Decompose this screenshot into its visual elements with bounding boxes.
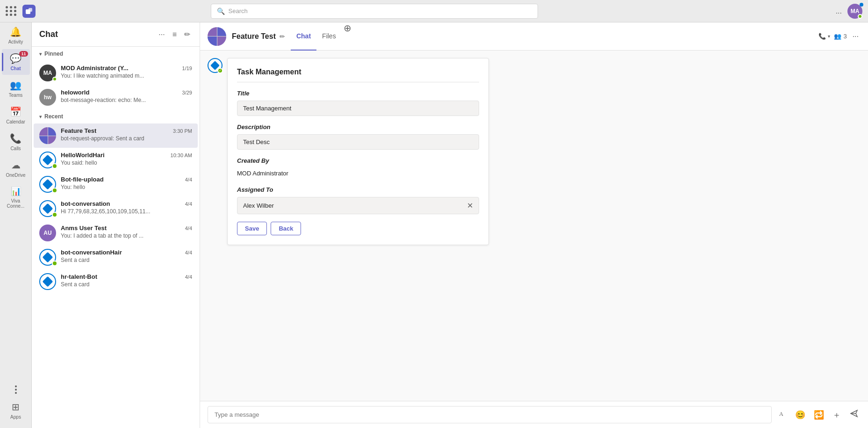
title-field: Title Test Management: [237, 90, 479, 116]
participants-button[interactable]: 👥 3: [834, 33, 846, 40]
edit-icon[interactable]: ✏: [280, 33, 285, 40]
emoji-button[interactable]: 😊: [793, 408, 807, 422]
chat-header-actions: ··· ≡ ✏: [157, 28, 192, 41]
chat-more-button[interactable]: ···: [157, 29, 166, 41]
assignee-field-container: Alex Wilber ✕: [237, 197, 479, 214]
onedrive-icon: ☁: [11, 160, 21, 171]
bot-file-upload-name: Bot-file-upload: [61, 176, 104, 183]
chat-item-helloworldhari[interactable]: HelloWorldHari 10:30 AM You said: hello: [34, 148, 198, 172]
loop-button[interactable]: 🔁: [812, 408, 826, 422]
recent-section-header[interactable]: ▾ Recent: [32, 109, 200, 123]
more-dots-icon: [15, 385, 17, 394]
sidebar-item-onedrive[interactable]: ☁ OneDrive: [2, 156, 30, 181]
hr-talent-bot-content: hr-talent-Bot 4/4 Sent a card: [61, 273, 192, 288]
bot-file-upload-status: [52, 188, 57, 193]
svg-text:A: A: [779, 411, 783, 417]
sidebar-item-chat[interactable]: 💬 11 Chat: [2, 49, 30, 75]
title-label: Title: [237, 90, 479, 97]
feature-test-name: Feature Test: [61, 127, 96, 134]
recent-chevron-icon: ▾: [39, 114, 42, 119]
bot-conversation-status: [52, 212, 57, 218]
chat-panel-header: Chat ··· ≡ ✏: [32, 22, 200, 47]
mod-admin-time: 1/19: [182, 65, 192, 71]
sidebar-item-activity[interactable]: 🔔 Activity: [2, 22, 30, 48]
message-input[interactable]: [208, 406, 772, 423]
save-button[interactable]: Save: [237, 222, 267, 235]
created-by-value: MOD Administrator: [237, 168, 479, 179]
call-button[interactable]: 📞 ▾: [818, 33, 830, 40]
anms-user-avatar: AU: [39, 225, 56, 241]
chat-item-bot-file-upload[interactable]: Bot-file-upload 4/4 You: hello: [34, 172, 198, 196]
chat-item-mod-admin[interactable]: MA MOD Administrator (Y... 1/19 You: I l…: [34, 61, 198, 85]
sidebar-item-viva[interactable]: 📊 Viva Conne...: [2, 182, 30, 212]
feature-test-avatar: [39, 127, 56, 144]
participants-icon: 👥: [834, 33, 841, 40]
heloworld-time: 3/29: [182, 90, 192, 95]
pinned-section-label: Pinned: [44, 51, 63, 57]
bot-conversation-name: bot-conversation: [61, 200, 110, 207]
sidebar-more-button[interactable]: [13, 382, 19, 398]
sidebar-label-teams: Teams: [9, 93, 22, 98]
attach-button[interactable]: ＋: [831, 407, 843, 422]
chat-filter-button[interactable]: ≡: [171, 29, 179, 41]
chat-badge: 11: [19, 51, 28, 57]
user-avatar-container[interactable]: MA: [847, 4, 862, 19]
heloworld-preview: bot-message-reaction: echo: Me...: [61, 97, 192, 103]
topbar-more-button[interactable]: ...: [836, 7, 842, 15]
anms-user-content: Anms User Test 4/4 You: I added a tab at…: [61, 225, 192, 239]
sidebar-label-calls: Calls: [10, 146, 21, 151]
tab-chat-label: Chat: [296, 32, 311, 40]
main-more-button[interactable]: ···: [851, 30, 861, 43]
bot-conversation-hair-status: [52, 261, 57, 266]
msg-bot-avatar: [208, 58, 222, 73]
chat-item-feature-test[interactable]: Feature Test 3:30 PM bot-request-approva…: [34, 123, 198, 148]
add-tab-button[interactable]: ⊕: [344, 22, 352, 51]
bot-conversation-preview: Hi 77,79,68,32,65,100,109,105,11...: [61, 208, 192, 215]
sidebar-item-calendar[interactable]: 📅 Calendar: [2, 102, 30, 128]
sidebar-item-teams[interactable]: 👥 Teams: [2, 76, 30, 102]
message-area[interactable]: Task Management Title Test Management De…: [200, 51, 868, 401]
calendar-icon: 📅: [10, 106, 22, 117]
main-header: Feature Test ✏ Chat Files ⊕ 📞 ▾ 👥 3 ···: [200, 22, 868, 51]
topbar-right: ... MA: [836, 4, 862, 19]
search-bar[interactable]: 🔍 Search: [211, 4, 538, 19]
assignee-name: Alex Wilber: [243, 202, 274, 209]
format-text-button[interactable]: A: [776, 407, 789, 422]
topbar-left: [6, 5, 62, 18]
mod-admin-name: MOD Administrator (Y...: [61, 65, 129, 72]
send-icon: [849, 409, 859, 418]
chat-compose-button[interactable]: ✏: [182, 28, 192, 41]
main-header-actions: 📞 ▾ 👥 3 ···: [818, 30, 861, 43]
description-field: Description Test Desc: [237, 123, 479, 150]
waffle-icon[interactable]: [6, 6, 17, 16]
bot-conversation-time: 4/4: [185, 201, 192, 207]
svg-rect-1: [29, 8, 32, 12]
sidebar-item-apps[interactable]: ⊞ Apps: [2, 398, 30, 423]
back-button[interactable]: Back: [271, 222, 301, 235]
pinned-section-header[interactable]: ▾ Pinned: [32, 47, 200, 61]
chat-item-hr-talent-bot[interactable]: hr-talent-Bot 4/4 Sent a card: [34, 269, 198, 294]
tab-files[interactable]: Files: [316, 22, 342, 51]
bot-file-upload-content: Bot-file-upload 4/4 You: hello: [61, 176, 192, 190]
calls-icon: 📞: [10, 133, 22, 144]
helloworldhari-name: HelloWorldHari: [61, 152, 105, 159]
chat-item-heloworld[interactable]: hw heloworld 3/29 bot-message-reaction: …: [34, 85, 198, 109]
chat-item-anms-user[interactable]: AU Anms User Test 4/4 You: I added a tab…: [34, 221, 198, 245]
tab-chat[interactable]: Chat: [291, 22, 316, 51]
send-button[interactable]: [847, 407, 861, 422]
search-icon: 🔍: [217, 7, 225, 15]
recent-section-label: Recent: [44, 113, 63, 120]
assigned-to-field: Assigned To Alex Wilber ✕: [237, 186, 479, 214]
clear-assignee-button[interactable]: ✕: [467, 201, 473, 210]
chat-item-bot-conversation-hair[interactable]: bot-conversationHair 4/4 Sent a card: [34, 245, 198, 269]
topbar: 🔍 Search ... MA: [0, 0, 868, 22]
participants-count: 3: [843, 33, 846, 40]
helloworldhari-preview: You said: hello: [61, 160, 192, 166]
helloworldhari-time: 10:30 AM: [171, 152, 192, 158]
tab-files-label: Files: [322, 32, 336, 40]
sidebar-item-calls[interactable]: 📞 Calls: [2, 129, 30, 155]
msg-bot-status: [217, 68, 223, 73]
main-content: Feature Test ✏ Chat Files ⊕ 📞 ▾ 👥 3 ···: [200, 0, 868, 428]
bot-conversation-hair-time: 4/4: [185, 250, 192, 255]
chat-item-bot-conversation[interactable]: bot-conversation 4/4 Hi 77,79,68,32,65,1…: [34, 196, 198, 221]
